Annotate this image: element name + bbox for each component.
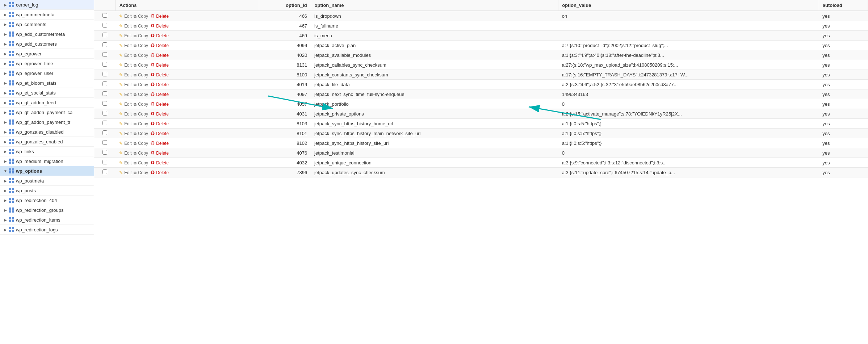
checkbox-input-8103[interactable] xyxy=(102,121,107,125)
copy-button-4076[interactable]: Copy xyxy=(138,151,148,156)
edit-button-466[interactable]: Edit xyxy=(124,14,132,19)
copy-button-467[interactable]: Copy xyxy=(138,24,148,29)
expand-icon-wp_edd_customermeta[interactable]: ▶ xyxy=(3,32,8,37)
delete-button-8100[interactable]: Delete xyxy=(156,72,169,77)
delete-button-8101[interactable]: Delete xyxy=(156,131,169,136)
delete-button-8103[interactable]: Delete xyxy=(156,121,169,126)
copy-button-8103[interactable]: Copy xyxy=(138,121,148,126)
edit-button-4032[interactable]: Edit xyxy=(124,160,132,165)
delete-button-4019[interactable]: Delete xyxy=(156,82,169,87)
sidebar-item-wp_gf_addon_feed[interactable]: ▶ wp_gf_addon_feed xyxy=(0,98,94,108)
expand-icon-wp_et_social_stats[interactable]: ▶ xyxy=(3,90,8,95)
checkbox-input-8131[interactable] xyxy=(102,62,107,67)
copy-button-8131[interactable]: Copy xyxy=(138,63,148,68)
sidebar-item-wp_gonzales_disabled[interactable]: ▶ wp_gonzales_disabled xyxy=(0,127,94,137)
expand-icon-wp_edd_customers[interactable]: ▶ xyxy=(3,41,8,46)
expand-icon-wp_commentmeta[interactable]: ▶ xyxy=(3,12,8,17)
checkbox-input-4099[interactable] xyxy=(102,42,107,47)
expand-icon-wp_gf_addon_feed[interactable]: ▶ xyxy=(3,100,8,105)
edit-button-8100[interactable]: Edit xyxy=(124,72,132,77)
checkbox-input-8100[interactable] xyxy=(102,72,107,76)
edit-button-7896[interactable]: Edit xyxy=(124,170,132,175)
sidebar-item-wp_posts[interactable]: ▶ wp_posts xyxy=(0,186,94,196)
expand-icon-wp_postmeta[interactable]: ▶ xyxy=(3,178,8,183)
copy-button-7896[interactable]: Copy xyxy=(138,170,148,175)
edit-button-4020[interactable]: Edit xyxy=(124,53,132,58)
expand-icon-wp_comments[interactable]: ▶ xyxy=(3,22,8,27)
checkbox-input-4019[interactable] xyxy=(102,81,107,86)
sidebar-item-wp_egrower_user[interactable]: ▶ wp_egrower_user xyxy=(0,68,94,78)
delete-button-4032[interactable]: Delete xyxy=(156,160,169,165)
edit-button-4031[interactable]: Edit xyxy=(124,112,132,117)
edit-button-4097[interactable]: Edit xyxy=(124,92,132,97)
checkbox-input-466[interactable] xyxy=(102,13,107,18)
edit-button-4076[interactable]: Edit xyxy=(124,151,132,156)
copy-button-4019[interactable]: Copy xyxy=(138,82,148,87)
checkbox-input-4057[interactable] xyxy=(102,101,107,106)
copy-button-8101[interactable]: Copy xyxy=(138,131,148,136)
copy-button-8102[interactable]: Copy xyxy=(138,141,148,146)
sidebar-item-wp_options[interactable]: ▼ wp_options xyxy=(0,166,94,176)
edit-button-4057[interactable]: Edit xyxy=(124,102,132,107)
checkbox-input-4032[interactable] xyxy=(102,160,107,164)
checkbox-input-8101[interactable] xyxy=(102,130,107,135)
expand-icon-wp_egrower_user[interactable]: ▶ xyxy=(3,71,8,76)
sidebar-item-wp_commentmeta[interactable]: ▶ wp_commentmeta xyxy=(0,10,94,20)
delete-button-4099[interactable]: Delete xyxy=(156,43,169,48)
checkbox-input-467[interactable] xyxy=(102,23,107,28)
copy-button-4031[interactable]: Copy xyxy=(138,112,148,117)
sidebar-item-cerber_log[interactable]: ▶ cerber_log xyxy=(0,0,94,10)
copy-button-4099[interactable]: Copy xyxy=(138,43,148,48)
delete-button-7896[interactable]: Delete xyxy=(156,170,169,175)
edit-button-469[interactable]: Edit xyxy=(124,33,132,38)
copy-button-8100[interactable]: Copy xyxy=(138,72,148,77)
edit-button-4099[interactable]: Edit xyxy=(124,43,132,48)
checkbox-input-469[interactable] xyxy=(102,33,107,37)
edit-button-8101[interactable]: Edit xyxy=(124,131,132,136)
expand-icon-wp_gf_addon_payment_tr[interactable]: ▶ xyxy=(3,119,8,125)
expand-icon-wp_gonzales_enabled[interactable]: ▶ xyxy=(3,139,8,144)
sidebar-item-wp_edd_customers[interactable]: ▶ wp_edd_customers xyxy=(0,39,94,49)
checkbox-input-4097[interactable] xyxy=(102,91,107,96)
sidebar-item-wp_redirection_404[interactable]: ▶ wp_redirection_404 xyxy=(0,196,94,205)
checkbox-input-7896[interactable] xyxy=(102,169,107,174)
delete-button-8102[interactable]: Delete xyxy=(156,141,169,146)
expand-icon-wp_redirection_items[interactable]: ▶ xyxy=(3,217,8,222)
expand-icon-wp_redirection_groups[interactable]: ▶ xyxy=(3,207,8,213)
delete-button-4020[interactable]: Delete xyxy=(156,53,169,58)
copy-button-4097[interactable]: Copy xyxy=(138,92,148,97)
copy-button-4057[interactable]: Copy xyxy=(138,102,148,107)
expand-icon-wp_links[interactable]: ▶ xyxy=(3,149,8,154)
expand-icon-wp_redirection_logs[interactable]: ▶ xyxy=(3,227,8,232)
sidebar-item-wp_redirection_items[interactable]: ▶ wp_redirection_items xyxy=(0,215,94,225)
sidebar-item-wp_et_social_stats[interactable]: ▶ wp_et_social_stats xyxy=(0,88,94,98)
edit-button-8131[interactable]: Edit xyxy=(124,63,132,68)
delete-button-8131[interactable]: Delete xyxy=(156,63,169,68)
expand-icon-wp_gonzales_disabled[interactable]: ▶ xyxy=(3,129,8,134)
delete-button-466[interactable]: Delete xyxy=(156,14,169,19)
checkbox-input-4020[interactable] xyxy=(102,52,107,57)
delete-button-4031[interactable]: Delete xyxy=(156,112,169,117)
sidebar-item-wp_et_bloom_stats[interactable]: ▶ wp_et_bloom_stats xyxy=(0,78,94,88)
expand-icon-wp_egrower[interactable]: ▶ xyxy=(3,51,8,56)
copy-button-466[interactable]: Copy xyxy=(138,14,148,19)
checkbox-input-4031[interactable] xyxy=(102,111,107,116)
expand-icon-wp_redirection_404[interactable]: ▶ xyxy=(3,198,8,203)
delete-button-467[interactable]: Delete xyxy=(156,24,169,29)
edit-button-8103[interactable]: Edit xyxy=(124,121,132,126)
delete-button-4076[interactable]: Delete xyxy=(156,151,169,156)
edit-button-467[interactable]: Edit xyxy=(124,24,132,29)
delete-button-4097[interactable]: Delete xyxy=(156,92,169,97)
sidebar-item-wp_gf_addon_payment_ca[interactable]: ▶ wp_gf_addon_payment_ca xyxy=(0,108,94,117)
expand-icon-wp_posts[interactable]: ▶ xyxy=(3,188,8,193)
edit-button-8102[interactable]: Edit xyxy=(124,141,132,146)
expand-icon-wp_medium_migration[interactable]: ▶ xyxy=(3,159,8,164)
expand-icon-wp_et_bloom_stats[interactable]: ▶ xyxy=(3,80,8,85)
sidebar-item-wp_comments[interactable]: ▶ wp_comments xyxy=(0,20,94,29)
checkbox-input-8102[interactable] xyxy=(102,140,107,145)
sidebar-item-wp_links[interactable]: ▶ wp_links xyxy=(0,147,94,156)
sidebar-item-wp_medium_migration[interactable]: ▶ wp_medium_migration xyxy=(0,156,94,166)
sidebar-item-wp_egrower[interactable]: ▶ wp_egrower xyxy=(0,49,94,59)
edit-button-4019[interactable]: Edit xyxy=(124,82,132,87)
sidebar-item-wp_gf_addon_payment_tr[interactable]: ▶ wp_gf_addon_payment_tr xyxy=(0,117,94,127)
